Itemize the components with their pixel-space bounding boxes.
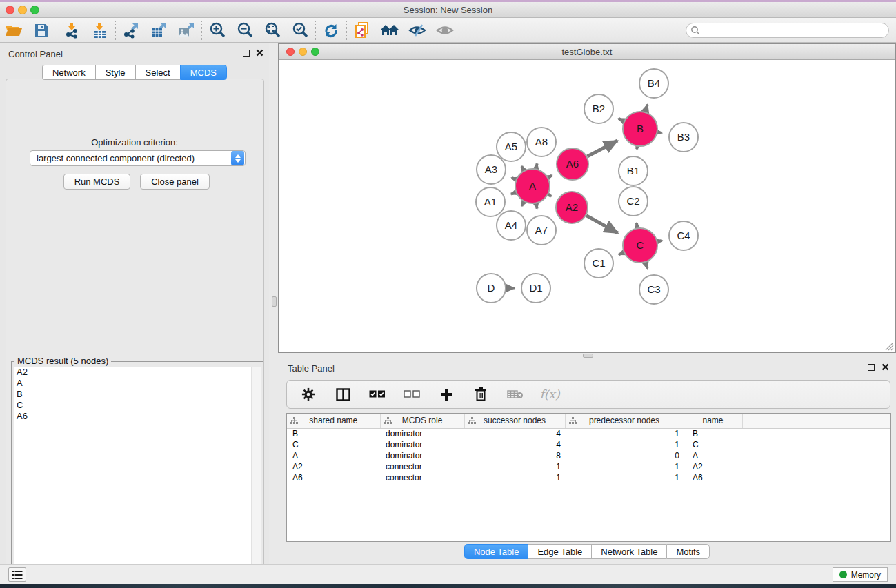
list-icon xyxy=(12,571,23,579)
tab-style[interactable]: Style xyxy=(95,65,135,80)
delete-table-icon[interactable] xyxy=(506,385,524,403)
column-header-predecessor-nodes[interactable]: predecessor nodes xyxy=(565,414,684,428)
graph-edge-C-C2[interactable] xyxy=(637,223,637,228)
show-eye-icon[interactable] xyxy=(431,20,459,41)
tab-motifs[interactable]: Motifs xyxy=(666,544,710,559)
import-network-icon[interactable] xyxy=(59,20,86,41)
table-row[interactable]: Cdominator41C xyxy=(287,439,890,450)
tab-edge-table[interactable]: Edge Table xyxy=(528,544,591,559)
control-panel: Control Panel Network Style Select MCDS … xyxy=(0,43,269,564)
network-graph[interactable]: B4B2BB3A5A8A6A3B1AA1C2A2A4A7C4CC1C3DD1 xyxy=(279,61,895,352)
tab-select[interactable]: Select xyxy=(135,65,180,80)
graph-node-label-C: C xyxy=(637,239,644,251)
delete-column-trash-icon[interactable] xyxy=(472,385,490,403)
graph-edge-A-A4[interactable] xyxy=(521,202,524,206)
table-row[interactable]: A6connector11A6 xyxy=(287,472,890,483)
graph-edge-A-A1[interactable] xyxy=(511,192,516,194)
tab-network-table[interactable]: Network Table xyxy=(591,544,666,559)
save-icon[interactable] xyxy=(28,20,55,41)
graph-edge-B-B1[interactable] xyxy=(637,147,637,150)
select-all-checkboxes-icon[interactable] xyxy=(368,385,386,403)
graph-node-label-A: A xyxy=(529,180,536,192)
close-panel-icon[interactable] xyxy=(256,49,263,57)
float-table-panel-icon[interactable] xyxy=(868,364,875,371)
graph-edge-A2-C[interactable] xyxy=(586,216,618,233)
function-fx-icon[interactable]: f(x) xyxy=(541,385,559,403)
graph-edge-B-B2[interactable] xyxy=(619,119,624,121)
network-window-titlebar[interactable]: testGlobe.txt xyxy=(279,44,895,60)
graph-edge-C-C1[interactable] xyxy=(619,252,624,254)
close-panel-button[interactable]: Close panel xyxy=(140,174,210,190)
search-input[interactable] xyxy=(686,23,889,38)
zoom-out-icon[interactable] xyxy=(231,20,259,41)
graph-edge-A-A3[interactable] xyxy=(512,178,516,179)
table-row[interactable]: Bdominator41B xyxy=(287,428,890,439)
zoom-fit-icon[interactable] xyxy=(259,20,286,41)
graph-edge-B-B3[interactable] xyxy=(658,132,662,133)
network-canvas[interactable]: B4B2BB3A5A8A6A3B1AA1C2A2A4A7C4CC1C3DD1 xyxy=(279,61,895,352)
import-table-icon[interactable] xyxy=(86,20,114,41)
main-toolbar xyxy=(0,18,896,43)
mcds-result-scrollbar[interactable] xyxy=(251,367,261,588)
mcds-result-item[interactable]: A6 xyxy=(14,411,252,422)
vertical-split-handle[interactable] xyxy=(272,296,277,307)
table-header-row[interactable]: shared name MCDS role successor nodes pr… xyxy=(287,414,890,428)
search-icon xyxy=(690,26,700,35)
column-header-mcds-role[interactable]: MCDS role xyxy=(380,414,464,428)
settings-gear-icon[interactable] xyxy=(299,385,317,403)
network-window-title: testGlobe.txt xyxy=(279,47,895,57)
tab-mcds[interactable]: MCDS xyxy=(180,65,227,80)
open-folder-icon[interactable] xyxy=(0,20,28,41)
mcds-result-item[interactable]: A2 xyxy=(14,367,252,378)
window-resize-grip[interactable] xyxy=(885,342,894,351)
graph-edge-A-A5[interactable] xyxy=(521,166,524,170)
graph-edge-C-C4[interactable] xyxy=(657,241,661,241)
horizontal-split-handle[interactable] xyxy=(583,354,593,358)
add-column-icon[interactable] xyxy=(437,385,455,403)
task-history-button[interactable] xyxy=(8,567,26,582)
tab-node-table[interactable]: Node Table xyxy=(464,544,528,559)
node-table[interactable]: shared name MCDS role successor nodes pr… xyxy=(286,413,891,542)
graph-edge-A6-B[interactable] xyxy=(587,141,617,156)
zoom-in-icon[interactable] xyxy=(203,20,231,41)
hierarchy-icon xyxy=(569,417,577,425)
graph-node-label-A1: A1 xyxy=(484,196,497,207)
mcds-result-item[interactable]: A xyxy=(14,378,252,389)
export-image-icon[interactable] xyxy=(172,20,200,41)
memory-button[interactable]: Memory xyxy=(833,567,888,582)
graph-edge-C-C3[interactable] xyxy=(646,263,648,269)
run-mcds-button[interactable]: Run MCDS xyxy=(63,174,130,190)
column-header-name[interactable]: name xyxy=(684,414,742,428)
graph-edge-B-B4[interactable] xyxy=(646,105,648,112)
hide-eye-icon[interactable] xyxy=(404,20,431,41)
mcds-result-item[interactable]: B xyxy=(14,389,252,400)
zoom-selected-icon[interactable] xyxy=(286,20,314,41)
column-header-shared-name[interactable]: shared name xyxy=(287,414,380,428)
table-row[interactable]: A2connector11A2 xyxy=(287,461,890,472)
graph-node-label-B2: B2 xyxy=(593,103,605,114)
mcds-result-title: MCDS result (5 nodes) xyxy=(14,356,111,366)
export-table-icon[interactable] xyxy=(145,20,172,41)
network-document-icon[interactable] xyxy=(348,20,376,41)
column-header-successor-nodes[interactable]: successor nodes xyxy=(464,414,565,428)
mcds-result-list[interactable]: A2ABCA6 xyxy=(14,367,252,588)
dropdown-stepper-icon xyxy=(231,151,244,165)
table-row[interactable]: Adominator80A xyxy=(287,450,890,461)
refresh-icon[interactable] xyxy=(317,20,345,41)
graph-edge-A-A7[interactable] xyxy=(536,203,537,208)
criterion-dropdown[interactable]: largest connected component (directed) xyxy=(30,150,246,166)
float-panel-icon[interactable] xyxy=(243,50,250,57)
split-columns-icon[interactable] xyxy=(334,385,352,403)
tab-network[interactable]: Network xyxy=(42,65,95,80)
close-table-panel-icon[interactable] xyxy=(882,363,889,371)
graph-node-label-C3: C3 xyxy=(647,283,660,295)
graph-node-label-C2: C2 xyxy=(626,195,639,207)
graph-edge-A-A8[interactable] xyxy=(536,163,537,168)
graph-node-label-A7: A7 xyxy=(535,224,548,236)
home-icon[interactable] xyxy=(376,20,404,41)
mcds-result-item[interactable]: C xyxy=(14,400,252,411)
graph-edge-A-A6[interactable] xyxy=(548,175,552,177)
deselect-checkboxes-icon[interactable] xyxy=(403,385,421,403)
export-network-icon[interactable] xyxy=(117,20,145,41)
graph-edge-A-A2[interactable] xyxy=(548,194,551,196)
